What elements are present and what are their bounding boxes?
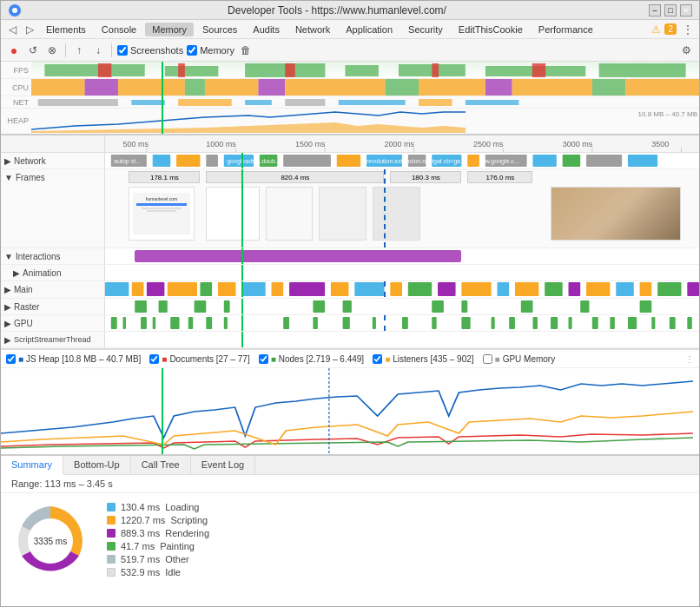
screenshot-3[interactable] [266,187,314,241]
devtools-menu-more[interactable]: ⋮ [680,22,696,37]
menu-audits[interactable]: Audits [246,23,287,36]
overview-panel[interactable]: FPS [1,62,699,135]
tab-summary[interactable]: Summary [1,456,63,475]
scriptstreamer-expand-arrow[interactable]: ▶ [4,335,11,345]
svg-text:2000 ms: 2000 ms [384,140,414,148]
menu-sources[interactable]: Sources [195,23,244,36]
svg-rect-100 [432,300,444,313]
menu-network[interactable]: Network [288,23,337,36]
svg-text:1000 ms: 1000 ms [206,140,236,148]
green-marker-memory [162,368,163,454]
raster-track-label[interactable]: ▶ Raster [1,299,105,314]
network-track-label[interactable]: ▶ Network [1,153,105,168]
screenshot-4[interactable] [319,187,367,241]
memory-options-btn[interactable]: ⋮ [685,354,694,364]
animation-label-text: Animation [23,268,61,278]
svg-rect-75 [218,282,236,296]
gpu-track-content [105,315,699,331]
menu-application[interactable]: Application [339,23,400,36]
zoom-down-button[interactable]: ↓ [90,43,106,58]
nodes-checkbox[interactable] [259,354,268,364]
close-button[interactable]: ✕ [680,4,692,16]
scriptstreamer-track-content [105,332,699,347]
menu-security[interactable]: Security [401,23,450,36]
menu-console[interactable]: Console [95,23,143,36]
svg-rect-71 [132,282,144,296]
screenshot-2[interactable] [206,187,260,241]
gpu-track-label[interactable]: ▶ GPU [1,315,105,331]
tab-bottomup[interactable]: Bottom-Up [63,456,131,474]
gpumemory-checkbox[interactable] [483,354,492,364]
network-label-text: Network [14,156,46,166]
menu-editthiscookie[interactable]: EditThisCookie [452,23,530,36]
animation-track-label[interactable]: ▶ Animation [1,265,105,280]
memory-toggle[interactable]: Memory [187,45,234,56]
settings-button[interactable]: ⚙ [678,43,694,58]
scriptstreamer-track-label[interactable]: ▶ ScriptStreamerThread [1,332,105,347]
svg-rect-78 [289,282,325,296]
range-text: Range: 113 ms – 3.45 s [1,475,699,493]
legend-jsheap[interactable]: ■ JS Heap [10.8 MB – 40.7 MB] [6,354,141,364]
legend-documents[interactable]: ■ Documents [27 – 77] [149,354,249,364]
frames-expand-arrow[interactable]: ▼ [4,173,13,182]
svg-rect-94 [135,300,147,313]
svg-rect-82 [408,282,432,296]
svg-rect-108 [153,317,155,329]
listeners-checkbox[interactable] [373,354,382,364]
time-axis-label-area [1,135,105,152]
stat-scripting-label: Scripting [170,515,208,525]
svg-text:500 ms: 500 ms [123,140,149,148]
svg-rect-115 [343,317,350,329]
memory-label: Memory [200,45,234,56]
menu-performance[interactable]: Performance [532,23,600,36]
svg-rect-89 [586,282,610,296]
svg-rect-20 [285,79,385,96]
network-expand-arrow[interactable]: ▶ [4,156,11,166]
legend-nodes[interactable]: ■ Nodes [2.719 – 6.449] [259,354,364,364]
animation-expand-arrow[interactable]: ▶ [13,268,20,278]
gpu-expand-arrow[interactable]: ▶ [4,319,11,328]
devtools-navigate-back[interactable]: ◁ [4,22,20,37]
tracks-scroll-area[interactable]: 500 ms 1000 ms 1500 ms 2000 ms 2500 ms 3… [1,135,699,454]
jsheap-checkbox[interactable] [6,354,16,364]
minimize-button[interactable]: – [649,4,661,16]
memory-chart-svg [1,368,699,454]
main-expand-arrow[interactable]: ▶ [4,285,11,294]
stat-other-value: 519.7 ms [121,554,160,564]
raster-expand-arrow[interactable]: ▶ [4,302,11,312]
record-button[interactable]: ● [6,43,22,58]
maximize-button[interactable]: □ [664,4,677,16]
svg-rect-22 [419,79,485,96]
screenshot-5[interactable] [373,187,420,241]
tab-eventlog[interactable]: Event Log [191,456,256,474]
documents-checkbox[interactable] [149,354,159,364]
frames-track-label[interactable]: ▼ Frames [1,169,105,247]
menu-elements[interactable]: Elements [39,23,93,36]
screenshot-final[interactable] [551,187,681,241]
memory-checkbox[interactable] [187,45,197,56]
zoom-up-button[interactable]: ↑ [71,43,87,58]
screenshots-toggle[interactable]: Screenshots [117,45,183,56]
interactions-expand-arrow[interactable]: ▼ [4,252,13,261]
svg-rect-87 [545,282,563,296]
stat-rendering-color [107,529,116,538]
svg-rect-99 [343,300,352,313]
screenshots-checkbox[interactable] [117,45,128,56]
stop-button[interactable]: ⊗ [44,43,60,58]
interactions-track-label[interactable]: ▼ Interactions [1,248,105,264]
stat-painting-value: 41.7 ms [121,541,155,551]
legend-gpumemory[interactable]: ■ GPU Memory [483,354,556,364]
trash-button[interactable]: 🗑 [238,43,254,58]
frames-track: ▼ Frames 178.1 ms 820.4 ms 180.3 ms 176.… [1,169,699,248]
screenshot-1[interactable]: humanlevel.com [129,187,194,241]
devtools-navigate-forward[interactable]: ▷ [22,22,37,37]
svg-rect-93 [687,282,699,296]
tab-calltree[interactable]: Call Tree [131,456,191,474]
legend-listeners[interactable]: ■ Listeners [435 – 902] [373,354,473,364]
window-controls: – □ ✕ [649,4,692,16]
refresh-button[interactable]: ↺ [25,43,41,58]
alert-badge: 2 [664,23,677,35]
menu-memory[interactable]: Memory [145,23,194,36]
main-track-label[interactable]: ▶ Main [1,281,105,298]
svg-rect-25 [592,79,625,96]
